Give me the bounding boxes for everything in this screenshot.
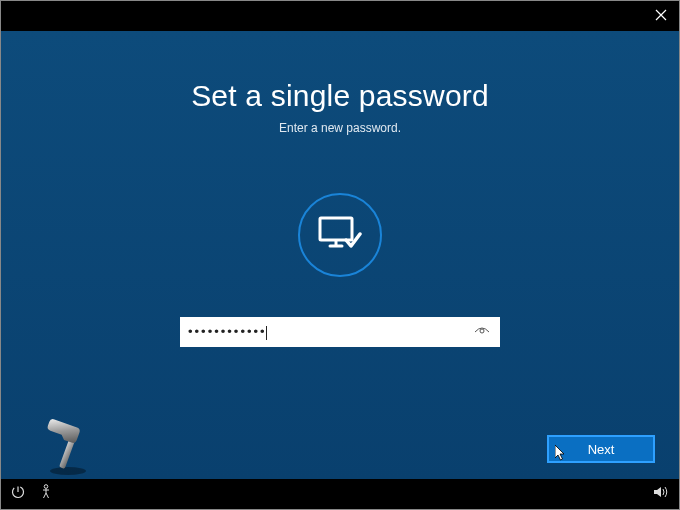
accessibility-icon[interactable] bbox=[39, 484, 53, 504]
page-subtitle: Enter a new password. bbox=[279, 121, 401, 135]
close-icon[interactable] bbox=[655, 7, 667, 25]
svg-point-2 bbox=[50, 467, 86, 475]
volume-icon[interactable] bbox=[653, 485, 669, 503]
main-panel: Set a single password Enter a new passwo… bbox=[1, 31, 679, 479]
svg-point-1 bbox=[480, 329, 484, 333]
svg-rect-3 bbox=[59, 433, 77, 469]
svg-rect-0 bbox=[320, 218, 352, 240]
titlebar bbox=[1, 1, 679, 31]
next-button[interactable]: Next bbox=[547, 435, 655, 463]
password-input-row: •••••••••••• bbox=[180, 317, 500, 347]
hammer-icon bbox=[37, 415, 99, 477]
power-icon[interactable] bbox=[11, 485, 25, 503]
taskbar bbox=[1, 479, 679, 509]
next-button-label: Next bbox=[588, 442, 615, 457]
monitor-check-icon bbox=[298, 193, 382, 277]
password-input[interactable]: •••••••••••• bbox=[188, 324, 472, 340]
page-title: Set a single password bbox=[191, 79, 489, 113]
eye-reveal-icon[interactable] bbox=[472, 322, 492, 342]
cursor-icon bbox=[555, 445, 567, 461]
svg-point-6 bbox=[44, 485, 48, 489]
